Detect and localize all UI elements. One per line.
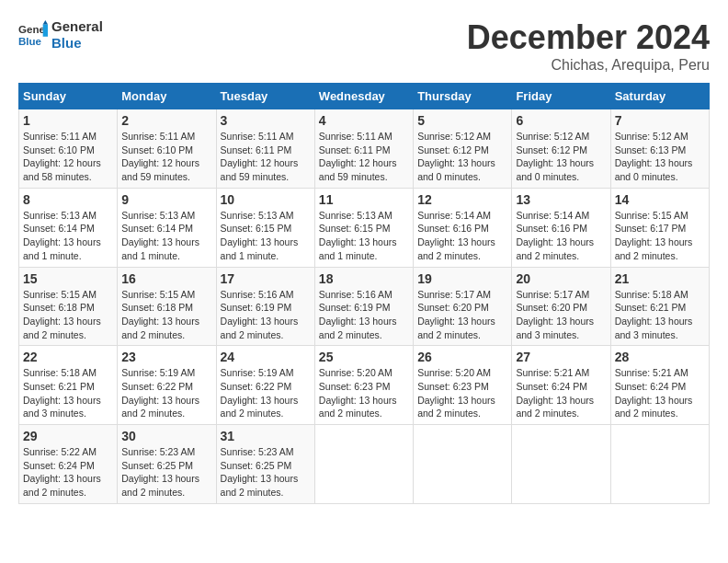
svg-marker-3 [43,20,48,24]
logo: General Blue General Blue [18,18,103,52]
calendar-cell: 3Sunrise: 5:11 AM Sunset: 6:11 PM Daylig… [216,109,314,189]
day-number: 24 [221,350,311,364]
header: General Blue General Blue December 2024 … [18,18,710,74]
day-number: 11 [319,192,409,207]
weekday-header-row: SundayMondayTuesdayWednesdayThursdayFrid… [19,84,710,109]
calendar-cell: 4Sunrise: 5:11 AM Sunset: 6:11 PM Daylig… [314,109,413,189]
day-number: 15 [23,271,113,286]
calendar-cell: 8Sunrise: 5:13 AM Sunset: 6:14 PM Daylig… [19,188,118,267]
day-number: 6 [516,113,606,128]
calendar-cell: 31Sunrise: 5:23 AM Sunset: 6:25 PM Dayli… [216,425,314,504]
title-area: December 2024 Chichas, Arequipa, Peru [467,18,710,74]
calendar-table: SundayMondayTuesdayWednesdayThursdayFrid… [18,83,710,504]
day-number: 28 [615,350,705,364]
day-info: Sunrise: 5:21 AM Sunset: 6:24 PM Dayligh… [615,366,705,420]
calendar-cell: 29Sunrise: 5:22 AM Sunset: 6:24 PM Dayli… [19,425,118,504]
day-info: Sunrise: 5:16 AM Sunset: 6:19 PM Dayligh… [221,288,311,342]
day-info: Sunrise: 5:19 AM Sunset: 6:22 PM Dayligh… [221,366,311,420]
calendar-cell: 1Sunrise: 5:11 AM Sunset: 6:10 PM Daylig… [19,109,118,189]
weekday-header-monday: Monday [118,84,216,109]
day-info: Sunrise: 5:15 AM Sunset: 6:17 PM Dayligh… [615,209,705,263]
calendar-cell: 7Sunrise: 5:12 AM Sunset: 6:13 PM Daylig… [610,109,709,189]
calendar-week-row: 1Sunrise: 5:11 AM Sunset: 6:10 PM Daylig… [19,109,710,189]
day-info: Sunrise: 5:23 AM Sunset: 6:25 PM Dayligh… [221,445,311,500]
logo-icon: General Blue [18,20,48,50]
calendar-cell: 2Sunrise: 5:11 AM Sunset: 6:10 PM Daylig… [118,109,216,189]
day-number: 30 [121,429,211,443]
day-info: Sunrise: 5:16 AM Sunset: 6:19 PM Dayligh… [319,288,409,342]
day-number: 18 [319,271,409,286]
day-info: Sunrise: 5:12 AM Sunset: 6:13 PM Dayligh… [615,130,705,184]
day-number: 27 [516,350,606,364]
day-number: 17 [221,271,311,286]
day-info: Sunrise: 5:11 AM Sunset: 6:11 PM Dayligh… [319,130,409,184]
day-number: 4 [319,113,409,128]
day-info: Sunrise: 5:18 AM Sunset: 6:21 PM Dayligh… [615,288,705,342]
day-number: 7 [615,113,705,128]
calendar-week-row: 15Sunrise: 5:15 AM Sunset: 6:18 PM Dayli… [19,267,710,346]
svg-text:Blue: Blue [18,36,42,47]
day-number: 16 [121,271,211,286]
day-info: Sunrise: 5:14 AM Sunset: 6:16 PM Dayligh… [417,209,507,263]
calendar-cell: 25Sunrise: 5:20 AM Sunset: 6:23 PM Dayli… [314,346,413,425]
day-info: Sunrise: 5:13 AM Sunset: 6:15 PM Dayligh… [319,209,409,263]
calendar-cell: 15Sunrise: 5:15 AM Sunset: 6:18 PM Dayli… [19,267,118,346]
calendar-cell: 12Sunrise: 5:14 AM Sunset: 6:16 PM Dayli… [414,188,512,267]
calendar-cell: 19Sunrise: 5:17 AM Sunset: 6:20 PM Dayli… [414,267,512,346]
calendar-cell: 11Sunrise: 5:13 AM Sunset: 6:15 PM Dayli… [314,188,413,267]
calendar-cell: 20Sunrise: 5:17 AM Sunset: 6:20 PM Dayli… [512,267,610,346]
calendar-cell: 13Sunrise: 5:14 AM Sunset: 6:16 PM Dayli… [512,188,610,267]
day-info: Sunrise: 5:18 AM Sunset: 6:21 PM Dayligh… [23,366,113,420]
calendar-cell: 9Sunrise: 5:13 AM Sunset: 6:14 PM Daylig… [118,188,216,267]
day-number: 31 [221,429,311,443]
location-subtitle: Chichas, Arequipa, Peru [467,57,710,74]
calendar-cell: 17Sunrise: 5:16 AM Sunset: 6:19 PM Dayli… [216,267,314,346]
calendar-cell: 26Sunrise: 5:20 AM Sunset: 6:23 PM Dayli… [414,346,512,425]
weekday-header-sunday: Sunday [19,84,118,109]
day-number: 1 [23,113,113,128]
svg-marker-2 [43,24,48,36]
day-info: Sunrise: 5:17 AM Sunset: 6:20 PM Dayligh… [516,288,606,342]
calendar-cell: 24Sunrise: 5:19 AM Sunset: 6:22 PM Dayli… [216,346,314,425]
weekday-header-thursday: Thursday [414,84,512,109]
day-number: 23 [121,350,211,364]
calendar-cell: 22Sunrise: 5:18 AM Sunset: 6:21 PM Dayli… [19,346,118,425]
logo-line2: Blue [51,35,103,52]
calendar-cell [314,425,413,504]
calendar-cell: 10Sunrise: 5:13 AM Sunset: 6:15 PM Dayli… [216,188,314,267]
calendar-cell: 27Sunrise: 5:21 AM Sunset: 6:24 PM Dayli… [512,346,610,425]
calendar-cell: 14Sunrise: 5:15 AM Sunset: 6:17 PM Dayli… [610,188,709,267]
calendar-cell: 30Sunrise: 5:23 AM Sunset: 6:25 PM Dayli… [118,425,216,504]
month-title: December 2024 [467,18,710,57]
weekday-header-saturday: Saturday [610,84,709,109]
day-info: Sunrise: 5:11 AM Sunset: 6:10 PM Dayligh… [121,130,211,184]
day-info: Sunrise: 5:11 AM Sunset: 6:10 PM Dayligh… [23,130,113,184]
day-number: 5 [417,113,507,128]
calendar-cell: 6Sunrise: 5:12 AM Sunset: 6:12 PM Daylig… [512,109,610,189]
weekday-header-friday: Friday [512,84,610,109]
day-number: 21 [615,271,705,286]
day-number: 25 [319,350,409,364]
day-number: 10 [221,192,311,207]
logo-line1: General [51,18,103,35]
day-info: Sunrise: 5:20 AM Sunset: 6:23 PM Dayligh… [319,366,409,420]
day-info: Sunrise: 5:15 AM Sunset: 6:18 PM Dayligh… [121,288,211,342]
calendar-week-row: 22Sunrise: 5:18 AM Sunset: 6:21 PM Dayli… [19,346,710,425]
calendar-cell [610,425,709,504]
calendar-cell: 23Sunrise: 5:19 AM Sunset: 6:22 PM Dayli… [118,346,216,425]
day-info: Sunrise: 5:12 AM Sunset: 6:12 PM Dayligh… [516,130,606,184]
day-info: Sunrise: 5:11 AM Sunset: 6:11 PM Dayligh… [221,130,311,184]
calendar-cell [414,425,512,504]
day-number: 26 [417,350,507,364]
day-number: 8 [23,192,113,207]
day-info: Sunrise: 5:23 AM Sunset: 6:25 PM Dayligh… [121,445,211,500]
day-info: Sunrise: 5:12 AM Sunset: 6:12 PM Dayligh… [417,130,507,184]
day-info: Sunrise: 5:21 AM Sunset: 6:24 PM Dayligh… [516,366,606,420]
day-number: 3 [221,113,311,128]
day-info: Sunrise: 5:17 AM Sunset: 6:20 PM Dayligh… [417,288,507,342]
calendar-week-row: 29Sunrise: 5:22 AM Sunset: 6:24 PM Dayli… [19,425,710,504]
day-number: 2 [121,113,211,128]
calendar-cell: 21Sunrise: 5:18 AM Sunset: 6:21 PM Dayli… [610,267,709,346]
day-info: Sunrise: 5:22 AM Sunset: 6:24 PM Dayligh… [23,445,113,500]
calendar-cell: 18Sunrise: 5:16 AM Sunset: 6:19 PM Dayli… [314,267,413,346]
